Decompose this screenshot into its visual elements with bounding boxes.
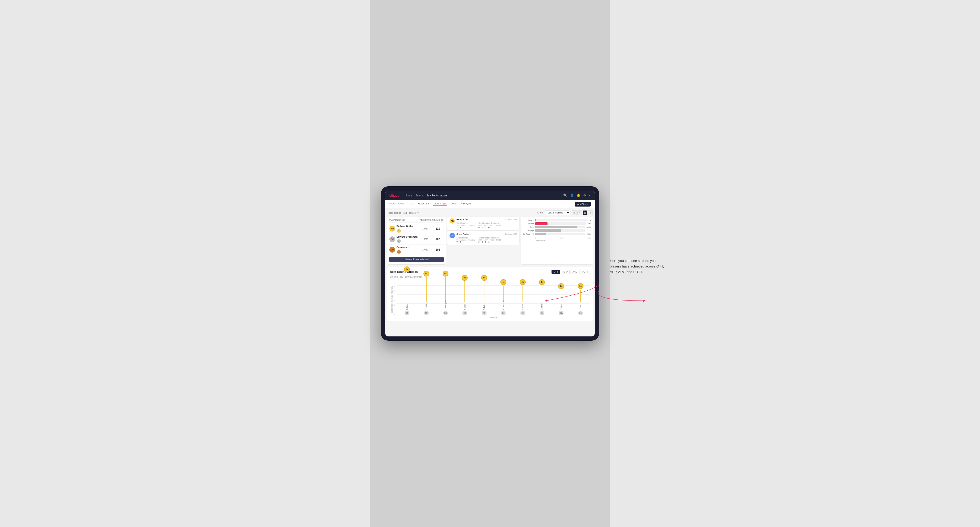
table-row[interactable]: EC Edward Crossman 2 18/20 107 bbox=[389, 234, 444, 245]
nav-my-performance[interactable]: My Performance bbox=[427, 194, 447, 197]
avg-3: 103 bbox=[432, 248, 444, 251]
lollipop-player: 5xJ. ColesJC bbox=[462, 275, 468, 316]
streak-badge: 3x bbox=[578, 283, 584, 289]
nav-home[interactable]: Home bbox=[405, 194, 412, 197]
team-title: Team Clippd | 14 Players ✏ bbox=[387, 211, 419, 214]
lollipop-player: 4xB. FordBF bbox=[520, 279, 526, 316]
lollipop-player: 5xR. BrittRB bbox=[481, 275, 487, 316]
player-name-3: Cameron... bbox=[396, 246, 418, 249]
show-label: Show bbox=[537, 211, 543, 214]
bar-label-eagles: Eagles bbox=[523, 219, 534, 221]
avg-2: 107 bbox=[432, 238, 444, 241]
lollipop-stem bbox=[522, 286, 523, 302]
medal-3: 3 bbox=[397, 250, 401, 254]
leaderboard-header: PLAYER NAME PB SCORE PB AVG SQ bbox=[389, 219, 444, 222]
profile-icon[interactable]: ● bbox=[589, 194, 591, 197]
tab-all-players[interactable]: All Players bbox=[460, 202, 472, 206]
lollipop-stem bbox=[503, 286, 504, 302]
leaderboard-panel: PLAYER NAME PB SCORE PB AVG SQ RB Richar… bbox=[387, 217, 446, 264]
score-1: 19/20 bbox=[418, 227, 432, 230]
player-card-info-2: Josh Coles 26 Aug 2023 Total Rounds Tour… bbox=[457, 233, 517, 243]
filter-arg[interactable]: ARG bbox=[570, 270, 579, 274]
user-icon[interactable]: 👤 bbox=[570, 194, 574, 197]
player-card-info-1: Rees Britt 02 Sep 2023 Total Rounds Tour… bbox=[457, 218, 517, 229]
player-card-2[interactable]: JC Josh Coles 26 Aug 2023 Total Rounds bbox=[447, 231, 519, 245]
settings-icon[interactable]: ⚙ bbox=[583, 194, 586, 197]
tab-hcaps[interactable]: Hcaps 1-5 bbox=[418, 202, 429, 206]
lollipop-player: 3xR. ButlerRBu bbox=[558, 283, 564, 316]
player-name-label: M. Miller bbox=[541, 303, 543, 310]
bar-label-pars: Pars bbox=[523, 226, 534, 229]
streak-badge: 4x bbox=[500, 279, 506, 285]
lollipop-player: 6xD. BillinghamDB bbox=[442, 271, 449, 316]
list-view-btn[interactable]: ≡ bbox=[578, 210, 582, 215]
table-row[interactable]: RB Richard Butler 1 19/20 110 bbox=[389, 224, 444, 234]
lollipop-stem bbox=[407, 273, 407, 302]
nav-icons: 🔍 👤 🔔 ⚙ ● bbox=[563, 194, 591, 197]
player-card-name-1: Rees Britt bbox=[457, 218, 468, 221]
filter-app[interactable]: APP bbox=[561, 270, 570, 274]
player-avatar: CQ bbox=[578, 311, 583, 316]
show-filter: Show Last 3 months Last 6 months Last 12… bbox=[537, 210, 593, 215]
medal-2: 2 bbox=[397, 239, 401, 243]
streak-badge: 5x bbox=[462, 275, 468, 281]
bar-fill-dbogeys bbox=[535, 233, 546, 235]
lb-col-avg: PB AVG SQ bbox=[432, 219, 444, 221]
player-card-stats-1: Total Rounds Tournament Practice 7 bbox=[457, 222, 517, 229]
player-avatar-rees: RB bbox=[450, 218, 455, 224]
tab-tour[interactable]: Tour bbox=[451, 202, 456, 206]
score-2: 18/20 bbox=[418, 238, 432, 241]
edit-icon[interactable]: ✏ bbox=[417, 211, 419, 214]
player-name-label: C. Quick bbox=[579, 303, 581, 310]
bar-label-dbogeys: D. Bogeys + bbox=[523, 233, 534, 235]
y-axis-label: Best Streak, Fairway Accuracy bbox=[390, 281, 394, 319]
annotation-box: Here you can see streaks your players ha… bbox=[610, 258, 668, 275]
search-icon[interactable]: 🔍 bbox=[563, 194, 567, 197]
streaks-header: Best Round Streaks ← OTT APP ARG PUTT bbox=[390, 270, 590, 274]
streak-badge: 6x bbox=[442, 271, 449, 276]
streak-badge: 3x bbox=[558, 283, 564, 289]
nav-teams[interactable]: Teams bbox=[416, 194, 423, 197]
lollipop-stem bbox=[465, 281, 465, 302]
content-grid: PLAYER NAME PB SCORE PB AVG SQ RB Richar… bbox=[387, 217, 593, 264]
filter-putt[interactable]: PUTT bbox=[580, 270, 590, 274]
y-axis-ticks: 76543210 bbox=[394, 281, 397, 316]
player-name-2: Edward Crossman bbox=[396, 236, 418, 238]
tab-team-clippd[interactable]: Team Clippd bbox=[433, 202, 447, 206]
lollipop-stem bbox=[484, 281, 484, 302]
sub-nav-links: PGAT Players PGA Hcaps 1-5 Team Clippd T… bbox=[389, 202, 575, 206]
bar-fill-birdies bbox=[535, 222, 547, 225]
add-team-button[interactable]: Add Team bbox=[575, 202, 591, 206]
player-avatar: BF bbox=[520, 311, 525, 316]
tab-pga[interactable]: PGA bbox=[409, 202, 414, 206]
table-row[interactable]: CM Cameron... 3 17/20 103 bbox=[389, 244, 444, 255]
player-name-label: J. Coles bbox=[464, 303, 466, 310]
card-view-btn[interactable]: ▦ bbox=[583, 210, 587, 215]
bar-label-birdies: Birdies bbox=[523, 222, 534, 225]
player-name-label: B. McHerg bbox=[425, 303, 427, 310]
grid-view-btn[interactable]: ⊞ bbox=[572, 210, 577, 215]
lollipop-player: 4xM. MillerMM bbox=[539, 279, 545, 316]
lollipop-player: 6xB. McHergBM bbox=[423, 271, 429, 316]
player-card-date-1: 02 Sep 2023 bbox=[505, 218, 517, 221]
arrow-indicator-icon: ← bbox=[420, 270, 424, 274]
bar-chart: Eagles 3 Birdies bbox=[523, 219, 591, 262]
bar-fill-bogeys bbox=[535, 229, 561, 232]
streaks-panel: Best Round Streaks ← OTT APP ARG PUTT bbox=[387, 267, 593, 322]
tab-pgat[interactable]: PGAT Players bbox=[389, 202, 405, 206]
bar-fill-eagles bbox=[535, 219, 536, 221]
player-card-1[interactable]: RB Rees Britt 02 Sep 2023 Total Rounds bbox=[447, 217, 519, 230]
view-leaderboard-button[interactable]: View Full Leaderboard bbox=[389, 257, 444, 262]
bell-icon[interactable]: 🔔 bbox=[577, 194, 581, 197]
filter-ott[interactable]: OTT bbox=[552, 270, 560, 274]
view-icons: ⊞ ≡ ▦ ↕ bbox=[572, 210, 593, 215]
lollipop-players-row: 7xE. EbertEE6xB. McHergBM6xD. Billingham… bbox=[397, 281, 590, 316]
player-avatar: MM bbox=[539, 311, 544, 316]
detail-view-btn[interactable]: ↕ bbox=[588, 210, 593, 215]
player-name-label: R. Britt bbox=[483, 303, 485, 310]
streak-badge: 4x bbox=[520, 279, 526, 285]
time-filter-select[interactable]: Last 3 months Last 6 months Last 12 mont… bbox=[545, 210, 570, 215]
nav-logo: clippd bbox=[389, 194, 399, 197]
lollipop-stem bbox=[542, 286, 542, 302]
player-name-label: B. Ford bbox=[522, 303, 523, 310]
